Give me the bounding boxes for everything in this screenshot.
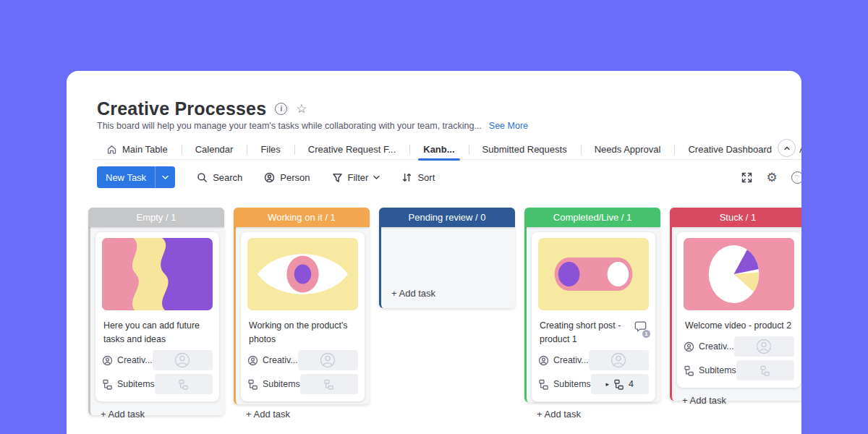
tab-files[interactable]: Files [247, 140, 294, 160]
person-circle-icon [102, 355, 113, 366]
person-field-label: Creativ... [699, 341, 734, 352]
sort-button[interactable]: Sort [401, 172, 435, 183]
tab-submitted-requests[interactable]: Submitted Requests [469, 140, 581, 160]
page-title: Creative Processes [97, 98, 266, 119]
tab-label: Asset Cards [799, 144, 801, 155]
home-icon [106, 144, 117, 155]
filter-funnel-icon [332, 172, 343, 183]
person-field-row: Creativ... [102, 350, 213, 370]
apps-button[interactable]: ♡ [789, 169, 801, 185]
card-title: Working on the product's photos [249, 319, 357, 346]
new-task-button[interactable]: New Task [97, 166, 175, 188]
tab-main-table[interactable]: Main Table [93, 140, 182, 160]
add-task-button[interactable]: + Add task [236, 401, 370, 429]
person-field-label: Creativ... [263, 355, 298, 365]
see-more-link[interactable]: See More [489, 121, 528, 131]
fullscreen-button[interactable] [739, 169, 754, 185]
person-field-label: Creativ... [117, 355, 153, 365]
tab-label: Files [260, 144, 280, 155]
filter-label: Filter [348, 172, 369, 183]
new-task-dropdown[interactable] [156, 175, 175, 180]
tab-label: Calendar [195, 144, 234, 155]
column-header[interactable]: Working on it / 1 [234, 208, 370, 227]
tab-calendar[interactable]: Calendar [182, 140, 247, 160]
kanban-column-empty: Empty / 1 Here you can add future tasks … [88, 208, 224, 415]
subitems-field-row: Subitems [247, 374, 358, 394]
tab-creative-dashboard[interactable]: Creative Dashboard [674, 140, 786, 160]
task-card[interactable]: Creating short post - product 1 1 Creati… [532, 232, 655, 401]
kanban-column-working-on-it: Working on it / 1 Working on the product… [234, 208, 370, 415]
subitems-field-label: Subitems [263, 379, 300, 389]
column-body: Creating short post - product 1 1 Creati… [524, 227, 660, 402]
column-body: + Add task [379, 227, 515, 308]
tab-label: Kanb... [423, 144, 454, 155]
card-title: Here you can add future tasks and ideas [103, 319, 211, 346]
column-header[interactable]: Completed/Live / 1 [524, 208, 660, 227]
person-field-row: Creativ... [538, 350, 649, 370]
task-card[interactable]: Working on the product's photos Creativ.… [241, 232, 365, 401]
chevron-down-icon [373, 175, 380, 180]
column-body: Working on the product's photos Creativ.… [234, 227, 370, 404]
person-icon [264, 172, 275, 183]
kanban-column-pending-review: Pending review / 0 + Add task [379, 208, 515, 415]
subitems-field-row: Subitems ▸ 4 [538, 374, 649, 394]
person-value-empty[interactable] [589, 350, 649, 370]
comments-button[interactable]: 1 [634, 320, 647, 336]
card-illustration-toggle [538, 238, 649, 310]
subitems-placeholder-icon [178, 379, 189, 390]
subitems-icon [247, 379, 258, 390]
subitems-value-empty[interactable] [300, 374, 358, 394]
column-header[interactable]: Pending review / 0 [379, 208, 515, 227]
search-button[interactable]: Search [197, 172, 242, 183]
subitems-field-row: Subitems [684, 360, 794, 380]
filter-button[interactable]: Filter [332, 172, 380, 183]
subitems-value[interactable]: ▸ 4 [591, 374, 649, 394]
subitems-field-label: Subitems [699, 365, 736, 375]
board-panel: Creative Processes i ☆ This board will h… [67, 71, 801, 434]
tab-label: Creative Request F... [308, 144, 396, 155]
chevron-down-icon [162, 175, 169, 180]
column-header[interactable]: Empty / 1 [88, 208, 224, 227]
settings-button[interactable]: ⚙ [764, 169, 780, 185]
add-task-button[interactable]: + Add task [672, 388, 801, 415]
person-value-empty[interactable] [734, 336, 794, 357]
card-illustration-eye [247, 238, 358, 310]
sort-label: Sort [417, 172, 435, 183]
person-filter-button[interactable]: Person [264, 172, 310, 183]
search-label: Search [213, 172, 242, 183]
collapse-header-button[interactable] [778, 139, 796, 157]
avatar-placeholder-icon [174, 352, 191, 369]
tab-label: Submitted Requests [482, 144, 567, 155]
person-value-empty[interactable] [298, 350, 358, 370]
card-illustration-waves [102, 238, 213, 310]
heart-circle-icon: ♡ [791, 171, 802, 184]
favorite-star-icon[interactable]: ☆ [296, 103, 307, 115]
view-tabs: Main Table Calendar Files Creative Reque… [93, 140, 801, 160]
add-task-button[interactable]: + Add task [381, 281, 515, 308]
task-card[interactable]: Here you can add future tasks and ideas … [95, 232, 219, 401]
task-card[interactable]: Welcome video - product 2 Creativ... [677, 232, 801, 388]
tab-creative-request-form[interactable]: Creative Request F... [294, 140, 409, 160]
expand-caret-icon[interactable]: ▸ [606, 381, 610, 388]
person-circle-icon [684, 341, 694, 352]
person-circle-icon [247, 355, 258, 366]
tab-label: Creative Dashboard [688, 144, 772, 155]
kanban-board: Empty / 1 Here you can add future tasks … [88, 208, 801, 415]
gear-icon: ⚙ [766, 171, 777, 184]
tab-label: Main Table [122, 144, 168, 155]
subitems-value-empty[interactable] [736, 360, 794, 380]
tab-kanban[interactable]: Kanb... [409, 140, 468, 160]
add-task-button[interactable]: + Add task [90, 401, 224, 429]
avatar-placeholder-icon [755, 338, 773, 355]
subitems-placeholder-icon [760, 365, 770, 376]
subitems-value-empty[interactable] [155, 374, 213, 394]
column-header[interactable]: Stuck / 1 [670, 208, 801, 227]
add-task-button[interactable]: + Add task [527, 401, 660, 429]
person-value-empty[interactable] [153, 350, 213, 370]
info-icon[interactable]: i [275, 103, 287, 115]
expand-icon [741, 171, 753, 184]
column-body: Welcome video - product 2 Creativ... [670, 227, 801, 401]
person-field-label: Creativ... [553, 355, 589, 365]
subitems-icon [613, 379, 624, 390]
tab-needs-approval[interactable]: Needs Approval [581, 140, 675, 160]
